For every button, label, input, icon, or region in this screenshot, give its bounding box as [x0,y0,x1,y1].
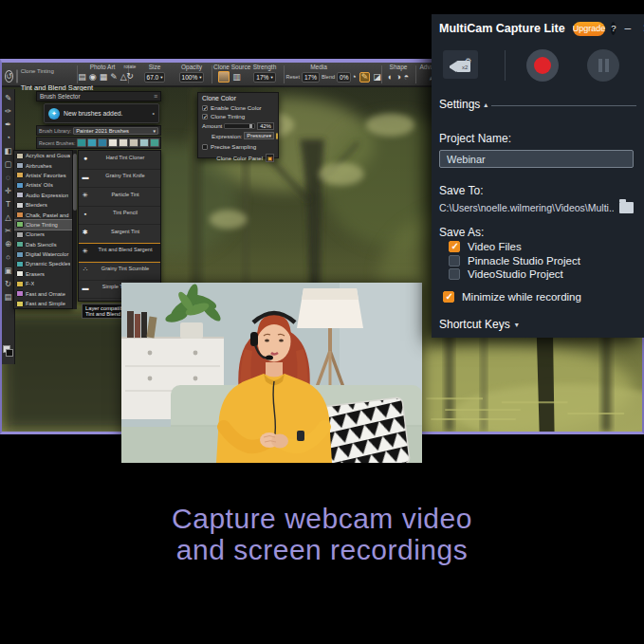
capture-sources-button[interactable]: x2 ⚙ [443,50,478,79]
new-brushes-notification[interactable]: ✦ New brushes added. • [44,103,159,123]
reset-field[interactable]: 17% [302,72,320,83]
brush-category-item[interactable]: Clone Tinting [14,220,72,230]
opacity-field[interactable]: 100%▾ [179,72,205,83]
clone-source-icon[interactable]: ▥ [232,73,241,82]
expression-settings-icon[interactable] [276,133,278,139]
brush-category-item[interactable]: Dynamic Speckles [14,259,72,268]
tool-icon[interactable]: ✂ [3,224,14,237]
photo-art-icon[interactable]: ▤ [78,73,86,82]
clone-source-thumbnail[interactable] [218,71,230,83]
tool-icon[interactable]: △ [3,211,14,224]
save-as-option[interactable]: Video Files [449,240,638,254]
brush-category-item[interactable]: Blenders [14,200,72,210]
reset-brush-icon[interactable]: ↺ [5,70,13,83]
brush-variant-item[interactable]: ● Hard Tint Cloner [79,151,160,170]
brush-library-dropdown[interactable]: Painter 2021 Brushes ▾ [73,127,158,135]
checkbox[interactable] [449,241,460,252]
scrollbar-thumb[interactable] [73,154,77,211]
checkbox[interactable] [202,144,208,150]
tool-icon[interactable]: ✑ [3,104,14,118]
pause-button[interactable] [587,49,619,82]
brush-variant-thumbnail[interactable] [16,69,18,83]
brush-category-item[interactable]: Artists' Oils [14,180,72,190]
brush-category-item[interactable]: Artists' Favorites [14,171,72,180]
save-as-option[interactable]: VideoStudio Project [449,267,638,282]
tool-icon[interactable]: ✛ [3,184,14,197]
folder-icon[interactable] [619,202,634,213]
media-icon[interactable]: ◪ [373,73,381,82]
brush-category-item[interactable]: Fast and Simple [14,299,72,308]
tool-icon[interactable]: ◧ [3,144,14,157]
clone-option-row[interactable]: Enable Clone Color [202,103,274,112]
save-as-option[interactable]: Pinnacle Studio Project [449,254,638,268]
recent-brush-thumbnail[interactable] [139,138,149,147]
color-swatches[interactable] [3,345,14,359]
recent-brush-thumbnail[interactable] [108,138,118,147]
tool-icon[interactable]: ◌ [3,171,14,184]
recent-brush-thumbnail[interactable] [87,138,97,147]
checkbox[interactable] [202,105,208,111]
tool-icon[interactable]: ✎ [3,91,14,104]
shortcut-keys-toggle[interactable]: Shortcut Keys ▾ [439,318,519,331]
media-icon[interactable]: ✎ [359,72,371,83]
tool-icon[interactable]: ▢ [3,157,14,171]
notification-close-icon[interactable]: • [153,110,155,117]
blend-field[interactable]: 0% [337,72,351,83]
category-scrollbar[interactable] [73,150,77,309]
brush-variant-item[interactable]: ▪ Tint Pencil [79,207,160,226]
brush-category-item[interactable]: Airbrushes [14,160,72,170]
clone-color-panel-button[interactable]: ▣ [266,154,274,162]
brush-category-item[interactable]: Erasers [14,269,72,279]
photo-art-icon[interactable]: ◉ [89,73,97,82]
recent-brush-thumbnail[interactable] [77,138,86,147]
shape-icon[interactable]: ◓ [404,73,409,82]
brush-category-item[interactable]: Chalk, Pastel and Crayons [14,210,72,219]
size-field[interactable]: 67.0▾ [144,72,166,83]
checkbox[interactable] [443,291,454,303]
brush-variant-item[interactable]: ∴ Grainy Tint Scumble [79,262,160,281]
checkbox[interactable] [449,268,460,280]
brush-variant-item[interactable]: ✱ Sargent Tint [79,225,160,244]
recent-brush-thumbnail[interactable] [119,138,128,147]
shape-icon[interactable]: ◐ [388,73,393,82]
brush-category-item[interactable]: Acrylics and Gouache [14,151,72,160]
brush-category-item[interactable]: Dab Stencils [14,240,72,249]
brush-selector-header[interactable]: Brush Selector ≡ [36,91,161,101]
checkbox[interactable] [202,114,208,120]
project-name-input[interactable] [439,150,634,168]
tool-icon[interactable]: ▣ [3,264,14,277]
brush-category-item[interactable]: Digital Watercolor [14,249,72,259]
brush-category-item[interactable]: Fast and Ornate [14,288,72,298]
recent-brush-thumbnail[interactable] [129,138,138,147]
brush-category-item[interactable]: F-X [14,279,72,288]
rotate-icon[interactable]: ↻ [126,72,134,81]
clone-option-row[interactable]: Clone Tinting [202,112,274,120]
amount-slider[interactable] [224,123,255,129]
brush-variant-item[interactable]: ▬ Grainy Tint Knife [79,170,160,189]
primary-color-swatch[interactable] [6,349,13,357]
photo-art-icon[interactable]: ✎ [110,73,118,82]
settings-toggle[interactable]: Settings ▴ [439,98,636,111]
close-icon[interactable]: ✕ [639,22,644,35]
clone-option-row[interactable]: Precise Sampling [202,142,274,151]
record-button[interactable] [526,49,559,82]
tool-icon[interactable]: ◔ [3,131,14,144]
upgrade-button[interactable]: Upgrade [573,22,606,36]
help-icon[interactable]: ? [611,22,616,35]
amount-value[interactable]: 42% [257,122,274,130]
brush-category-item[interactable]: Audio Expression [14,191,72,200]
panel-menu-icon[interactable]: ≡ [154,93,157,100]
media-icon[interactable]: ◔ [351,73,356,82]
recent-brush-thumbnail[interactable] [98,138,107,147]
tool-icon[interactable]: ✒ [3,118,14,131]
brush-variant-item[interactable]: ✳ Particle Tint [79,188,160,207]
brush-variant-item[interactable]: ✳ Tint and Blend Sargent [79,244,160,263]
tool-icon[interactable]: ↻ [3,277,14,290]
minimize-icon[interactable]: – [621,22,634,35]
photo-art-icon[interactable]: ▦ [100,73,108,82]
tool-icon[interactable]: ⊕ [3,237,14,250]
shape-icon[interactable]: ◑ [396,73,400,82]
minimize-while-recording-option[interactable]: Minimize while recording [443,290,581,304]
tool-icon[interactable]: ▤ [3,290,14,304]
tool-icon[interactable]: T [3,197,14,211]
